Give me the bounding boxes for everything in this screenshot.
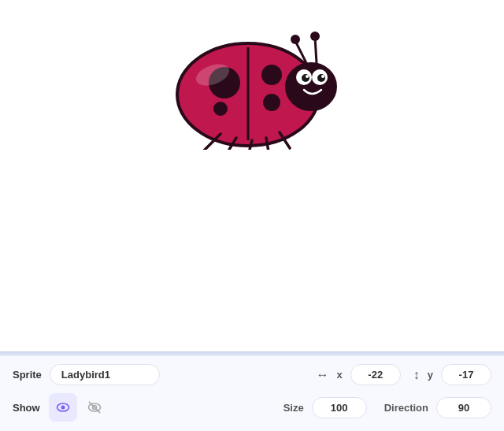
x-axis-icon: ↔ xyxy=(317,368,329,382)
svg-point-4 xyxy=(263,94,280,111)
controls-panel: Sprite ↔ x ↕ y Show xyxy=(0,356,504,431)
svg-point-6 xyxy=(286,63,336,110)
direction-input[interactable] xyxy=(436,397,491,418)
size-input[interactable] xyxy=(312,397,367,418)
svg-point-12 xyxy=(321,75,324,78)
x-input[interactable] xyxy=(350,364,401,385)
sprite-row: Sprite ↔ x ↕ y xyxy=(13,364,491,385)
show-visible-button[interactable] xyxy=(49,393,77,422)
eye-slash-icon xyxy=(87,399,102,415)
show-group xyxy=(49,393,109,422)
y-input[interactable] xyxy=(441,364,491,385)
svg-point-16 xyxy=(310,32,320,41)
svg-point-10 xyxy=(317,74,325,82)
svg-point-15 xyxy=(291,35,300,44)
stage xyxy=(0,0,504,351)
ladybug-sprite xyxy=(150,24,346,150)
svg-point-11 xyxy=(306,75,309,78)
direction-label: Direction xyxy=(384,402,428,414)
svg-line-14 xyxy=(315,38,317,63)
show-row: Show Size Direction xyxy=(13,393,491,422)
x-label: x xyxy=(337,369,343,381)
svg-point-3 xyxy=(261,65,282,85)
svg-point-5 xyxy=(213,102,228,116)
y-label: y xyxy=(428,369,433,381)
sprite-name-input[interactable] xyxy=(50,364,160,385)
y-axis-icon: ↕ xyxy=(413,368,420,382)
eye-icon xyxy=(55,399,71,415)
show-hidden-button[interactable] xyxy=(80,393,109,422)
svg-point-24 xyxy=(61,406,65,410)
svg-point-9 xyxy=(302,74,309,82)
size-label: Size xyxy=(284,402,304,414)
show-label: Show xyxy=(13,402,41,414)
sprite-label: Sprite xyxy=(13,369,42,381)
